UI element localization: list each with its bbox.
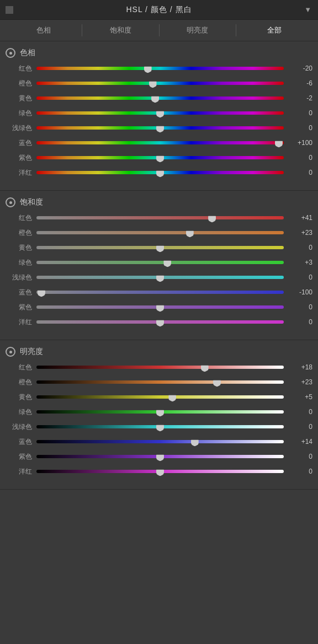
slider-track-wrap-hue-0[interactable] [36,64,284,73]
slider-thumb-luminance-6[interactable] [156,452,164,461]
slider-row-luminance-3: 绿色0 [6,406,312,418]
slider-track-wrap-hue-3[interactable] [36,109,284,117]
panel-title: HSL / 颜色 / 黑白 [126,5,192,15]
section-saturation: 饱和度红色+41橙色+23黄色0绿色+3浅绿色0蓝色-100紫色0洋红0 [0,191,318,340]
slider-label-hue-5: 蓝色 [6,138,32,148]
slider-value-hue-7: 0 [287,169,312,176]
slider-track-wrap-saturation-3[interactable] [36,258,284,267]
window-icon [6,6,13,14]
slider-value-hue-2: -2 [287,94,312,102]
slider-track-wrap-luminance-4[interactable] [36,422,284,431]
slider-thumb-luminance-7[interactable] [156,467,164,476]
slider-row-luminance-4: 浅绿色0 [6,421,312,433]
slider-thumb-saturation-0[interactable] [208,213,216,223]
slider-value-luminance-3: 0 [287,408,312,416]
slider-track-wrap-saturation-0[interactable] [36,213,284,222]
slider-track-wrap-luminance-2[interactable] [36,393,284,401]
slider-track-saturation-2 [36,246,284,249]
slider-track-wrap-hue-4[interactable] [36,124,284,132]
slider-track-wrap-saturation-4[interactable] [36,273,284,282]
slider-track-wrap-saturation-1[interactable] [36,228,284,237]
slider-thumb-hue-4[interactable] [156,124,164,133]
slider-thumb-hue-2[interactable] [151,94,159,103]
tab-all[interactable]: 全部 [236,20,312,41]
slider-value-luminance-4: 0 [287,423,312,431]
slider-value-hue-4: 0 [287,124,312,132]
slider-thumb-hue-6[interactable] [156,153,164,163]
slider-row-hue-3: 绿色0 [6,107,312,119]
slider-thumb-hue-0[interactable] [144,64,152,73]
slider-thumb-saturation-7[interactable] [156,318,164,327]
slider-row-luminance-2: 黄色+5 [6,391,312,403]
slider-track-wrap-hue-6[interactable] [36,153,284,162]
slider-label-luminance-7: 洋红 [6,467,32,476]
slider-row-hue-6: 紫色0 [6,152,312,164]
slider-thumb-luminance-2[interactable] [168,393,176,402]
slider-thumb-saturation-5[interactable] [38,288,45,297]
slider-thumb-saturation-6[interactable] [156,303,164,312]
slider-thumb-saturation-2[interactable] [156,243,164,253]
slider-row-saturation-6: 紫色0 [6,301,312,313]
slider-track-wrap-saturation-5[interactable] [36,288,284,297]
tab-hue[interactable]: 色相 [6,20,82,41]
slider-label-hue-1: 橙色 [6,79,32,88]
slider-thumb-luminance-5[interactable] [191,437,199,447]
slider-thumb-saturation-3[interactable] [163,258,171,267]
section-title-hue: 色相 [20,48,35,58]
slider-track-wrap-luminance-5[interactable] [36,437,284,446]
target-icon-hue[interactable] [6,48,15,58]
slider-label-hue-2: 黄色 [6,94,32,103]
slider-value-hue-1: -6 [287,79,312,87]
slider-label-luminance-1: 橙色 [6,378,32,387]
dropdown-icon[interactable]: ▼ [304,6,311,14]
slider-track-hue-4 [36,126,284,130]
slider-value-hue-0: -20 [287,65,312,72]
slider-thumb-saturation-4[interactable] [156,273,164,282]
slider-track-hue-0 [36,67,284,70]
slider-track-wrap-luminance-6[interactable] [36,452,284,461]
slider-track-wrap-saturation-2[interactable] [36,243,284,252]
slider-label-luminance-2: 黄色 [6,393,32,402]
slider-value-luminance-2: +5 [287,393,312,401]
slider-track-wrap-luminance-3[interactable] [36,407,284,416]
slider-thumb-hue-3[interactable] [156,109,164,118]
slider-track-hue-7 [36,171,284,174]
slider-thumb-luminance-4[interactable] [156,422,164,432]
slider-thumb-luminance-3[interactable] [156,407,164,417]
slider-track-wrap-luminance-0[interactable] [36,363,284,372]
slider-thumb-saturation-1[interactable] [186,228,194,238]
slider-track-wrap-saturation-6[interactable] [36,303,284,312]
slider-track-wrap-luminance-7[interactable] [36,467,284,476]
slider-label-hue-6: 紫色 [6,153,32,163]
slider-track-wrap-hue-5[interactable] [36,138,284,147]
slider-label-luminance-0: 红色 [6,363,32,372]
slider-row-luminance-5: 蓝色+14 [6,436,312,448]
slider-thumb-hue-1[interactable] [149,79,157,88]
section-header-luminance: 明亮度 [6,347,312,357]
section-luminance: 明亮度红色+18橙色+23黄色+5绿色0浅绿色0蓝色+14紫色0洋红0 [0,340,318,490]
slider-label-luminance-5: 蓝色 [6,437,32,447]
slider-track-hue-6 [36,156,284,159]
slider-row-hue-0: 红色-20 [6,62,312,74]
slider-track-saturation-7 [36,320,284,324]
slider-thumb-luminance-1[interactable] [213,378,221,387]
slider-thumb-hue-7[interactable] [156,168,164,178]
slider-track-wrap-hue-7[interactable] [36,168,284,177]
tab-luminance[interactable]: 明亮度 [160,20,236,41]
slider-thumb-hue-5[interactable] [275,138,283,148]
slider-thumb-luminance-0[interactable] [201,363,209,372]
slider-track-saturation-3 [36,261,284,264]
slider-track-wrap-saturation-7[interactable] [36,318,284,326]
tab-saturation[interactable]: 饱和度 [82,20,158,41]
slider-value-luminance-1: +23 [287,378,312,386]
slider-value-saturation-6: 0 [287,303,312,311]
slider-value-hue-5: +100 [287,139,312,147]
slider-track-wrap-hue-2[interactable] [36,94,284,103]
slider-track-wrap-luminance-1[interactable] [36,378,284,387]
section-title-luminance: 明亮度 [20,347,43,357]
slider-track-luminance-4 [36,425,284,428]
target-icon-luminance[interactable] [6,347,15,357]
slider-row-luminance-1: 橙色+23 [6,376,312,388]
slider-track-wrap-hue-1[interactable] [36,79,284,88]
target-icon-saturation[interactable] [6,197,15,207]
